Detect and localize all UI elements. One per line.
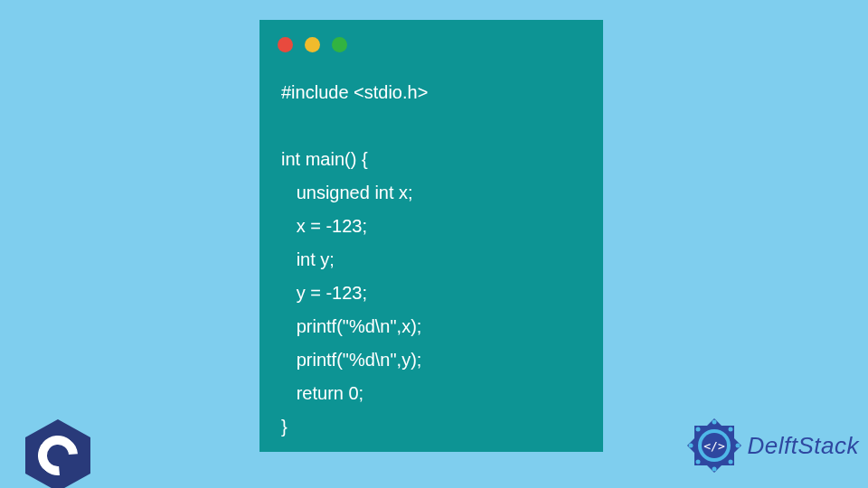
svg-point-6 bbox=[735, 444, 740, 448]
code-line: #include <stdio.h> bbox=[281, 82, 428, 102]
code-line: unsigned int x; bbox=[281, 183, 413, 202]
code-line: x = -123; bbox=[281, 216, 367, 236]
close-icon bbox=[278, 37, 293, 52]
code-line: int y; bbox=[281, 249, 335, 269]
code-line: int main() { bbox=[281, 149, 368, 169]
c-letter-icon bbox=[30, 427, 86, 483]
svg-point-8 bbox=[712, 467, 716, 472]
svg-point-4 bbox=[712, 420, 716, 425]
minimize-icon bbox=[305, 37, 320, 52]
delftstack-emblem-icon: </> bbox=[684, 416, 744, 475]
svg-text:</>: </> bbox=[703, 439, 725, 453]
delftstack-logo: </> DelftStack bbox=[684, 416, 860, 475]
maximize-icon bbox=[332, 37, 347, 52]
code-line: y = -123; bbox=[281, 283, 367, 303]
delftstack-brand-name: DelftStack bbox=[748, 432, 860, 460]
svg-point-10 bbox=[688, 444, 693, 448]
c-language-logo bbox=[25, 419, 90, 488]
window-controls bbox=[259, 20, 603, 52]
svg-point-9 bbox=[695, 460, 700, 465]
code-window: #include <stdio.h> int main() { unsigned… bbox=[259, 20, 603, 452]
code-line: } bbox=[281, 417, 288, 436]
svg-point-11 bbox=[695, 427, 700, 432]
code-line: printf("%d\n",y); bbox=[281, 350, 421, 370]
svg-point-5 bbox=[728, 427, 732, 432]
code-line: return 0; bbox=[281, 383, 363, 403]
code-content: #include <stdio.h> int main() { unsigned… bbox=[259, 52, 603, 444]
code-line: printf("%d\n",x); bbox=[281, 316, 421, 336]
c-hexagon-icon bbox=[25, 419, 90, 488]
svg-point-7 bbox=[728, 460, 732, 465]
